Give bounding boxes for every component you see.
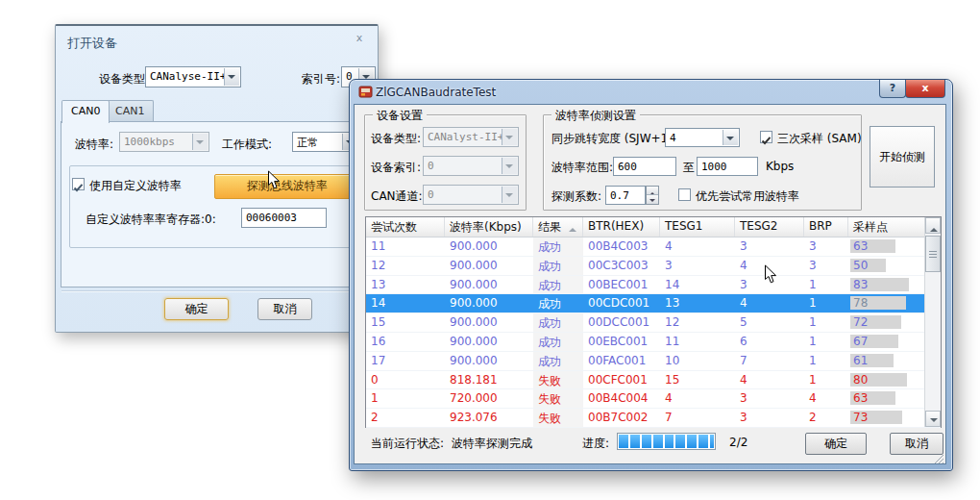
resize-grip[interactable]: [933, 453, 944, 464]
dialog-client-area: 设备设置 设备类型: CANalyst-II+ 设备索引: 0 CAN通道: 0: [354, 104, 946, 464]
cell-brp: 1: [804, 352, 848, 370]
cell-tseg2: 5: [735, 313, 804, 332]
tab-can0[interactable]: CAN0: [61, 100, 110, 123]
column-header-result[interactable]: 结果: [533, 217, 583, 237]
cell-tseg2: 3: [735, 276, 804, 294]
table-row[interactable]: 0818.181失败00CFC001154180: [366, 371, 941, 390]
tab-can1[interactable]: CAN1: [106, 100, 154, 122]
cell-btr: 00FAC001: [583, 352, 660, 370]
cell-tseg2: 7: [735, 352, 804, 370]
sample-point-value: 61: [853, 354, 868, 367]
sample-point-value: 72: [853, 315, 868, 329]
cell-sample-point: 63: [848, 389, 925, 408]
can-channel-value: 0: [428, 188, 434, 201]
open-device-dialog: 打开设备 x 设备类型: CANalyse-II+ 索引号: 0 CAN0 CA…: [55, 24, 379, 333]
progress-segment: [710, 435, 714, 448]
device-settings-group: 设备设置 设备类型: CANalyst-II+ 设备索引: 0 CAN通道: 0: [364, 114, 527, 211]
column-header-brp[interactable]: BRP: [804, 217, 848, 237]
cell-baud: 900.000: [445, 333, 533, 351]
cell-attempt: 12: [366, 257, 445, 275]
range-from-input[interactable]: 600: [613, 157, 676, 176]
progress-segment: [653, 435, 663, 448]
scroll-up-icon[interactable]: [925, 217, 941, 234]
vertical-scrollbar[interactable]: [924, 217, 941, 427]
divider: [61, 290, 371, 291]
close-button[interactable]: x: [905, 80, 945, 98]
scroll-down-icon[interactable]: [925, 411, 941, 427]
dialog-title: 打开设备: [67, 35, 117, 52]
cell-tseg1: 14: [660, 276, 735, 294]
ok-button[interactable]: 确定: [164, 298, 229, 320]
cell-sample-point: 73: [848, 409, 925, 427]
column-header-btr[interactable]: BTR(HEX): [583, 217, 660, 237]
range-to-label: 至: [683, 160, 695, 176]
cell-baud: 720.000: [445, 389, 533, 408]
cell-attempt: 16: [366, 333, 445, 351]
table-row[interactable]: 11900.000成功00B4C00343363: [366, 238, 941, 257]
table-row[interactable]: 2923.076失败00B7C00273273: [366, 409, 941, 428]
try-common-checkbox[interactable]: [678, 188, 691, 201]
table-row[interactable]: 14900.000成功00CDC001134178: [366, 294, 941, 313]
table-row[interactable]: 12900.000成功00C3C00334350: [366, 257, 941, 276]
cell-result: 失败: [533, 371, 583, 389]
checkmark-icon: [761, 136, 772, 146]
cell-tseg1: 7: [660, 409, 735, 427]
progress-count: 2/2: [729, 436, 747, 449]
table-row[interactable]: 13900.000成功00BEC001143183: [366, 276, 941, 295]
table-row[interactable]: 15900.000成功00DCC001125172: [366, 313, 941, 333]
detect-bus-baudrate-button[interactable]: 探测总线波特率: [214, 174, 360, 199]
custom-baud-register-input[interactable]: 00060003: [241, 208, 327, 228]
table-row[interactable]: 16900.000成功00EBC001116167: [366, 333, 941, 352]
cancel-button[interactable]: 取消: [257, 298, 312, 320]
spinner-down-icon[interactable]: [647, 194, 658, 204]
cell-btr: 00B4C003: [583, 238, 660, 256]
scrollbar-thumb[interactable]: [925, 236, 941, 272]
column-header-tseg1[interactable]: TESG1: [660, 217, 735, 237]
cell-result: 失败: [533, 409, 583, 427]
app-icon: [358, 85, 373, 99]
close-icon[interactable]: x: [352, 31, 367, 46]
cell-tseg2: 3: [735, 409, 804, 427]
coef-input[interactable]: 0.7: [605, 186, 646, 205]
column-header-sample_point[interactable]: 采样点: [848, 217, 925, 237]
cancel-button[interactable]: 取消: [890, 433, 943, 455]
coef-spinner[interactable]: [646, 186, 659, 205]
status-label: 当前运行状态:: [371, 436, 444, 452]
column-header-tseg2[interactable]: TESG2: [735, 217, 804, 237]
checkmark-icon: [73, 183, 84, 193]
range-to-input[interactable]: 1000: [697, 157, 758, 176]
column-header-baud[interactable]: 波特率(Kbps): [445, 217, 533, 237]
device-type-value: CANalyst-II+: [428, 131, 503, 143]
sample-point-value: 80: [853, 373, 868, 387]
cell-tseg1: 3: [660, 257, 735, 275]
cell-attempt: 17: [366, 352, 445, 370]
cell-btr: 00B7C002: [583, 409, 660, 427]
progress-segment: [665, 435, 674, 448]
sample-point-value: 63: [853, 239, 868, 253]
ok-button[interactable]: 确定: [805, 433, 867, 455]
cell-result: 成功: [533, 294, 583, 312]
use-custom-baud-checkbox[interactable]: [72, 178, 85, 190]
cell-attempt: 2: [366, 409, 445, 427]
sjw-select[interactable]: 4: [665, 128, 740, 147]
progress-label: 进度:: [582, 436, 609, 452]
results-table: 尝试次数波特率(Kbps)结果BTR(HEX)TESG1TESG2BRP采样点 …: [365, 216, 942, 428]
use-custom-baud-label: 使用自定义波特率: [89, 178, 182, 194]
cell-btr: 00EBC001: [583, 333, 660, 351]
progress-segment: [642, 435, 651, 448]
chevron-down-icon[interactable]: [723, 130, 738, 145]
help-button[interactable]: ?: [879, 80, 906, 98]
device-type-select[interactable]: CANalyse-II+: [145, 66, 241, 88]
chevron-down-icon[interactable]: [224, 68, 239, 86]
table-row[interactable]: 1720.000失败00B4C00443463: [366, 389, 941, 409]
sample-point-value: 73: [853, 411, 868, 424]
device-index-label: 设备索引:: [371, 160, 421, 176]
start-detect-button[interactable]: 开始侦测: [870, 126, 935, 188]
cell-baud: 900.000: [445, 294, 533, 312]
cell-result: 失败: [533, 389, 583, 408]
sam-checkbox[interactable]: [760, 131, 772, 143]
table-row[interactable]: 17900.000成功00FAC001107161: [366, 352, 941, 371]
baudrate-test-dialog: ZlGCANBaudrateTest ? x 设备设置 设备类型: CANaly…: [349, 79, 953, 471]
cell-attempt: 14: [366, 294, 445, 312]
column-header-attempt[interactable]: 尝试次数: [366, 217, 445, 237]
